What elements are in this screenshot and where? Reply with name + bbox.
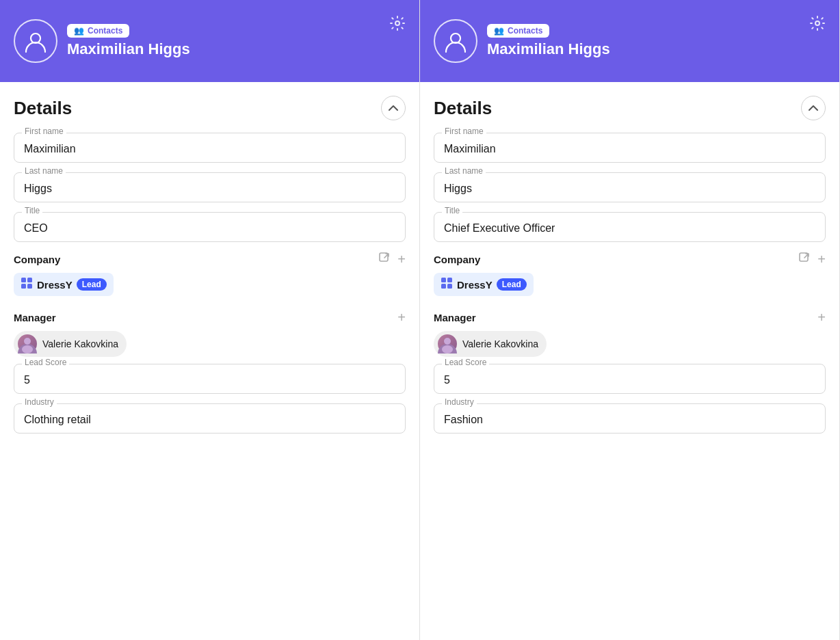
left-company-row: Company + (14, 252, 406, 267)
left-panel: 👥 Contacts Maximilian Higgs Details Firs… (0, 0, 420, 640)
svg-point-11 (815, 21, 819, 25)
left-company-external-icon[interactable] (378, 252, 391, 267)
right-company-label: Company (434, 254, 480, 265)
left-details-section: Details First name Last name Title Compa… (0, 82, 419, 450)
right-company-grid-icon (441, 277, 453, 292)
svg-point-9 (22, 345, 33, 354)
right-header-left: 👥 Contacts Maximilian Higgs (434, 19, 610, 63)
right-manager-name: Valerie Kakovkina (462, 338, 538, 349)
left-details-header: Details (14, 96, 406, 120)
left-company-tag[interactable]: DressY Lead (14, 273, 114, 296)
right-title-label: Title (442, 206, 462, 215)
svg-rect-15 (441, 284, 446, 289)
left-industry-input[interactable] (14, 403, 406, 434)
right-title-field: Title (434, 212, 826, 242)
left-contacts-label: Contacts (88, 26, 122, 36)
svg-point-19 (442, 345, 453, 354)
right-avatar (434, 19, 477, 63)
right-last-name-field: Last name (434, 172, 826, 202)
right-title-input[interactable] (434, 212, 826, 242)
left-company-grid-icon (21, 277, 33, 292)
contacts-badge-icon: 👥 (74, 26, 84, 36)
right-company-name: DressY (457, 279, 493, 291)
left-last-name-input[interactable] (14, 172, 406, 202)
right-header-text: 👥 Contacts Maximilian Higgs (487, 24, 610, 58)
left-company-label: Company (14, 254, 60, 265)
right-manager-label: Manager (434, 312, 476, 323)
right-header: 👥 Contacts Maximilian Higgs (420, 0, 839, 82)
right-details-header: Details (434, 96, 826, 120)
left-last-name-label: Last name (22, 166, 66, 176)
right-industry-label: Industry (442, 397, 477, 407)
left-title-input[interactable] (14, 212, 406, 242)
right-contacts-badge[interactable]: 👥 Contacts (487, 24, 549, 38)
right-lead-score-input[interactable] (434, 364, 826, 394)
left-collapse-button[interactable] (381, 96, 406, 120)
left-header-text: 👥 Contacts Maximilian Higgs (67, 24, 190, 58)
left-industry-label: Industry (22, 397, 57, 407)
left-company-icons: + (378, 252, 406, 267)
right-manager-avatar (438, 334, 457, 354)
right-manager-tag[interactable]: Valerie Kakovkina (434, 331, 547, 357)
right-first-name-label: First name (442, 126, 486, 136)
left-first-name-label: First name (22, 126, 66, 136)
left-lead-score-field: Lead Score (14, 364, 406, 394)
left-manager-tag[interactable]: Valerie Kakovkina (14, 331, 127, 357)
left-header-left: 👥 Contacts Maximilian Higgs (14, 19, 190, 63)
right-lead-score-field: Lead Score (434, 364, 826, 394)
left-last-name-field: Last name (14, 172, 406, 202)
left-manager-row: Manager + (14, 310, 406, 325)
left-header-name: Maximilian Higgs (67, 40, 190, 58)
svg-rect-16 (447, 284, 452, 289)
left-company-add-icon[interactable]: + (397, 252, 406, 267)
left-details-title: Details (14, 98, 72, 119)
left-manager-add-icon[interactable]: + (397, 310, 406, 325)
right-last-name-input[interactable] (434, 172, 826, 202)
right-manager-row: Manager + (434, 310, 826, 325)
left-first-name-field: First name (14, 133, 406, 163)
right-first-name-input[interactable] (434, 133, 826, 163)
svg-point-8 (24, 338, 31, 345)
right-industry-field: Industry (434, 403, 826, 434)
svg-rect-6 (27, 284, 32, 289)
svg-rect-3 (21, 278, 26, 282)
right-contacts-label: Contacts (508, 26, 542, 36)
right-header-name: Maximilian Higgs (487, 40, 610, 58)
left-manager-name: Valerie Kakovkina (42, 338, 118, 349)
right-manager-add-icon[interactable]: + (817, 310, 826, 325)
svg-rect-14 (447, 278, 452, 282)
left-manager-avatar (18, 334, 37, 354)
svg-rect-4 (27, 278, 32, 282)
right-company-row: Company + (434, 252, 826, 267)
left-avatar (14, 19, 57, 63)
right-lead-badge: Lead (497, 278, 527, 291)
left-gear-icon[interactable] (389, 15, 406, 36)
svg-rect-5 (21, 284, 26, 289)
right-company-add-icon[interactable]: + (817, 252, 826, 267)
left-lead-badge: Lead (77, 278, 107, 291)
right-collapse-button[interactable] (801, 96, 826, 120)
right-company-icons: + (798, 252, 826, 267)
left-first-name-input[interactable] (14, 133, 406, 163)
right-last-name-label: Last name (442, 166, 486, 176)
right-details-title: Details (434, 98, 492, 119)
right-contacts-badge-icon: 👥 (494, 26, 504, 36)
right-company-tag[interactable]: DressY Lead (434, 273, 534, 296)
right-industry-input[interactable] (434, 403, 826, 434)
right-details-section: Details First name Last name Title Compa… (420, 82, 839, 450)
left-contacts-badge[interactable]: 👥 Contacts (67, 24, 129, 38)
right-gear-icon[interactable] (809, 15, 826, 36)
left-industry-field: Industry (14, 403, 406, 434)
right-lead-score-label: Lead Score (442, 358, 489, 367)
left-company-name: DressY (37, 279, 73, 291)
right-company-external-icon[interactable] (798, 252, 811, 267)
left-header: 👥 Contacts Maximilian Higgs (0, 0, 419, 82)
left-title-field: Title (14, 212, 406, 242)
right-first-name-field: First name (434, 133, 826, 163)
left-manager-label: Manager (14, 312, 56, 323)
left-lead-score-input[interactable] (14, 364, 406, 394)
left-title-label: Title (22, 206, 42, 215)
svg-point-18 (444, 338, 451, 345)
left-lead-score-label: Lead Score (22, 358, 69, 367)
svg-point-1 (395, 21, 399, 25)
